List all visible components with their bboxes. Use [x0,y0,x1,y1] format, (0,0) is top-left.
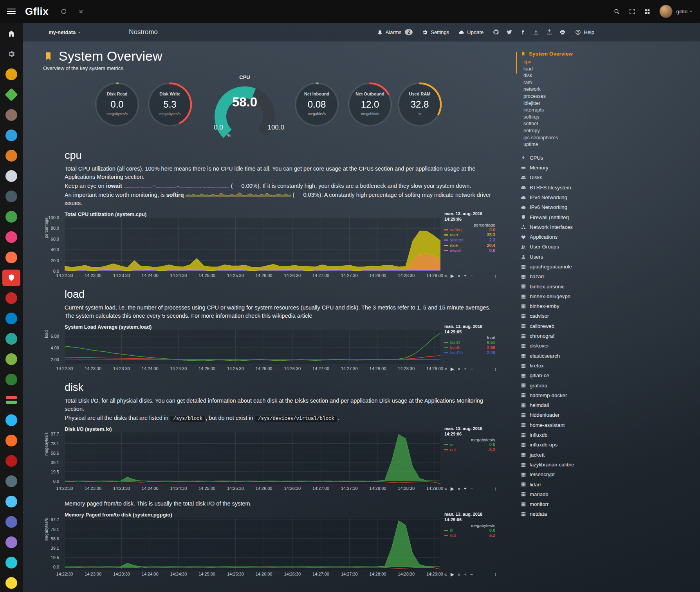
github-icon[interactable] [493,29,499,35]
menu-app-gitlab-ce[interactable]: gitlab-ce [521,371,619,380]
menu-section-memory[interactable]: Memory [521,163,619,173]
zoom-in-button[interactable]: + [464,366,467,372]
menu-app-chronograf[interactable]: chronograf [521,331,619,341]
pan-backward-button[interactable]: « [444,486,447,491]
menu-section-system-overview[interactable]: System Overview [521,51,619,57]
menu-app-letsencrypt[interactable]: letsencrypt [521,470,619,479]
zoom-out-button[interactable]: − [470,572,473,577]
menu-app-heimdall[interactable]: heimdall [521,400,619,410]
play-button[interactable]: ▶ [451,273,454,279]
legend-row-in[interactable]: in0.0 [444,528,495,533]
sidebar-app-app-drop[interactable] [0,491,23,512]
zoom-in-button[interactable]: + [464,572,467,577]
sidebar-app-settings[interactable] [0,44,23,64]
pan-forward-button[interactable]: » [458,572,460,577]
grid-icon[interactable] [644,8,651,15]
menu-item-network[interactable]: network [523,86,619,93]
play-button[interactable]: ▶ [451,572,454,577]
legend-row-load1[interactable]: load16.51 [444,340,495,345]
facebook-icon[interactable] [520,29,526,35]
menu-app-hddtemp-docker[interactable]: hddtemp-docker [521,390,619,400]
close-tab-icon[interactable]: × [79,8,83,15]
menu-section-firewall-netfilter-[interactable]: Firewall (netfilter) [521,212,619,222]
menu-item-processes[interactable]: processes [523,93,619,100]
zoom-in-button[interactable]: + [464,486,467,491]
menu-section-user-groups[interactable]: User Groups [521,242,619,252]
menu-app-firefox[interactable]: firefox [521,361,619,371]
disks-section-link[interactable]: Disks section [295,398,328,404]
wikipedia-link[interactable]: wikipedia article [272,313,312,319]
sidebar-app-app-cyan[interactable] [0,552,23,573]
menu-section-cpus[interactable]: CPUs [521,153,619,163]
sidebar-app-sabnzbd[interactable] [0,573,23,592]
menu-item-ram[interactable]: ram [523,79,619,86]
sidebar-app-app-green[interactable] [0,207,23,227]
sidebar-app-app-dark[interactable] [0,186,23,207]
sidebar-app-jackett[interactable] [0,146,23,166]
menu-app-mariadb[interactable]: mariadb [521,489,619,499]
menu-app-hiddenloader[interactable]: hiddenloader [521,410,619,420]
menu-item-softnet[interactable]: softnet [523,121,619,128]
menu-app-calibreweb[interactable]: calibreweb [521,321,619,331]
twitter-icon[interactable] [506,29,512,35]
menu-item-ipc-semaphores[interactable]: ipc semaphores [523,135,619,142]
play-button[interactable]: ▶ [451,366,454,372]
menu-section-ipv4-networking[interactable]: IPv4 Networking [521,193,619,202]
menu-section-btrfs-filesystem[interactable]: BTRFS filesystem [521,183,619,193]
legend-row-iowait[interactable]: iowait0.0 [444,248,495,253]
sidebar-app-heimdall[interactable] [0,410,23,430]
chart-plot[interactable] [65,518,440,570]
legend-row-load15[interactable]: load152.06 [444,350,495,355]
expand-icon[interactable] [629,8,635,15]
chart-resize-handle[interactable]: ↕ [494,366,497,372]
legend-row-system[interactable]: system2.3 [444,238,495,243]
legend-row-in[interactable]: in0.0 [444,442,495,447]
sidebar-app-app-darkgreen[interactable] [0,369,23,390]
search-icon[interactable] [613,8,620,15]
legend-row-out[interactable]: out-5.2 [444,533,495,538]
chart-resize-handle[interactable]: ↕ [494,571,497,577]
menu-app-binhex-delugevpn[interactable]: binhex-delugevpn [521,292,619,301]
menu-app-netdata[interactable]: netdata [521,509,619,519]
legend-row-nice[interactable]: nice20.4 [444,243,495,248]
upload-icon[interactable] [546,29,552,35]
alarms-button[interactable]: Alarms2 [377,29,413,35]
menu-item-load[interactable]: load [523,66,619,73]
sidebar-app-app-bars[interactable] [0,390,23,410]
chart-plot[interactable] [65,330,440,364]
menu-section-users[interactable]: Users [521,252,619,262]
menu-item-softirqs[interactable]: softirqs [523,114,619,121]
settings-button[interactable]: Settings [422,29,449,35]
menu-item-disk[interactable]: disk [523,72,619,79]
menu-app-home-assistant[interactable]: home-assistant [521,420,619,430]
zoom-out-button[interactable]: − [470,486,473,491]
hamburger-menu-icon[interactable] [0,0,23,23]
refresh-tab-icon[interactable] [60,8,67,15]
menu-item-interrupts[interactable]: interrupts [523,107,619,114]
menu-app-apacheguacamole[interactable]: apacheguacamole [521,262,619,272]
sidebar-app-pihole[interactable] [0,268,23,288]
menu-app-monitorr[interactable]: monitorr [521,499,619,509]
pan-backward-button[interactable]: « [444,273,447,279]
sidebar-app-airsonic[interactable] [0,125,23,146]
menu-section-disks[interactable]: Disks [521,173,619,182]
menu-section-network-interfaces[interactable]: Network Interfaces [521,222,619,232]
user-menu[interactable]: gilbn [676,9,694,14]
menu-app-cadvisor[interactable]: cadvisor [521,311,619,321]
menu-app-binhex-emby[interactable]: binhex-emby [521,301,619,311]
menu-app-lazylibrarian-calibre[interactable]: lazylibrarian-calibre [521,460,619,470]
sidebar-app-calibre[interactable] [0,105,23,125]
user-avatar[interactable] [659,5,673,18]
sidebar-app-app-pink[interactable] [0,227,23,247]
pan-forward-button[interactable]: » [458,273,460,279]
legend-row-softirq[interactable]: softirq0.0 [444,227,495,232]
menu-app-bazarr[interactable]: bazarr [521,272,619,281]
sidebar-app-deluge[interactable] [0,349,23,369]
sidebar-app-app-indigo[interactable] [0,512,23,532]
menu-item-idlejitter[interactable]: idlejitter [523,100,619,107]
sidebar-app-ubooquity[interactable] [0,247,23,268]
pan-forward-button[interactable]: » [458,486,460,491]
play-button[interactable]: ▶ [451,486,454,491]
sidebar-app-app-teal[interactable] [0,329,23,349]
menu-section-ipv6-networking[interactable]: IPv6 Networking [521,202,619,212]
